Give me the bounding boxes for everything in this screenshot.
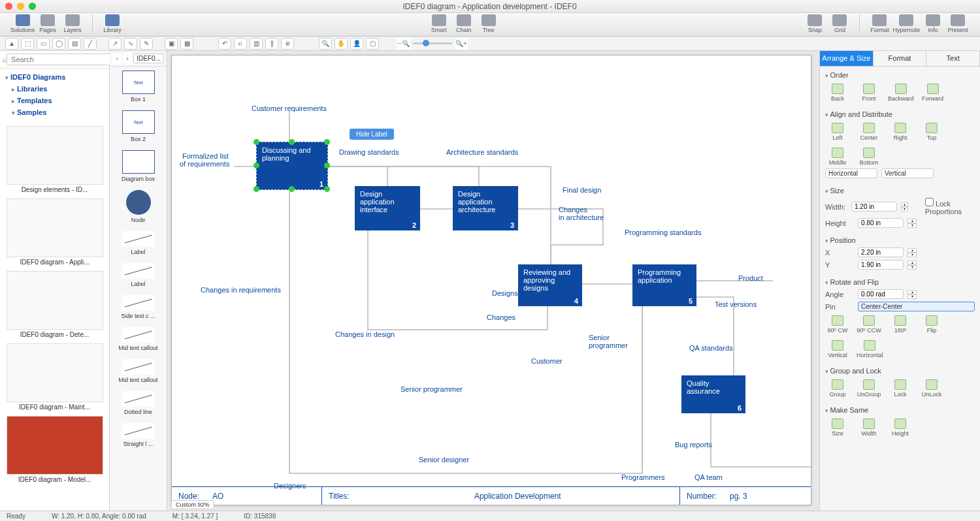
toolbar-pages[interactable]: Pages bbox=[36, 14, 59, 33]
text-tool-icon[interactable]: ▤ bbox=[68, 38, 81, 50]
lib-shape[interactable]: Diagram box bbox=[110, 146, 167, 186]
eyedropper-tool-icon[interactable]: ✎ bbox=[140, 38, 153, 50]
lib-shape[interactable]: Straight l ... bbox=[110, 419, 167, 451]
undo-icon[interactable]: ↶ bbox=[218, 38, 231, 50]
tab-text[interactable]: Text bbox=[926, 51, 980, 66]
zoom-slider[interactable] bbox=[413, 42, 452, 44]
toolbar-format[interactable]: Format bbox=[868, 14, 891, 33]
rotate-90-cw[interactable]: 90º CW bbox=[825, 315, 850, 334]
section-rotate[interactable]: Rotate and Flip bbox=[825, 276, 975, 288]
x-stepper[interactable]: ▴▾ bbox=[907, 248, 917, 257]
lib-shape[interactable]: Side text c ... bbox=[110, 291, 167, 323]
y-input[interactable] bbox=[858, 260, 904, 270]
image-tool-icon[interactable]: ▦ bbox=[180, 38, 193, 50]
section-size[interactable]: Size bbox=[825, 185, 975, 197]
tree-templates[interactable]: Templates bbox=[0, 95, 109, 106]
idef-box-2[interactable]: Design application interface2 bbox=[355, 186, 420, 230]
toolbar-solutions[interactable]: Solutions bbox=[10, 14, 35, 33]
zoom-tool-icon[interactable]: 🔍 bbox=[319, 38, 332, 50]
lib-current-tab[interactable]: IDEF0... bbox=[133, 54, 164, 63]
lib-shape[interactable]: TextBox 2 bbox=[110, 106, 167, 146]
selection-handle[interactable] bbox=[253, 139, 259, 145]
rotate-flip[interactable]: Flip bbox=[919, 315, 944, 334]
width-stepper[interactable]: ▴▾ bbox=[901, 202, 908, 212]
selection-handle[interactable] bbox=[324, 139, 330, 145]
section-order[interactable]: Order bbox=[825, 69, 975, 81]
pen-tool-icon[interactable]: ↗ bbox=[108, 38, 122, 50]
align-middle[interactable]: Middle bbox=[825, 148, 850, 166]
lib-shape[interactable]: TextBox 1 bbox=[110, 67, 167, 106]
idef-box-6[interactable]: Quality assurance6 bbox=[681, 375, 745, 413]
tree-libraries[interactable]: Libraries bbox=[0, 83, 109, 95]
selection-handle[interactable] bbox=[253, 186, 259, 192]
tree-root[interactable]: IDEF0 Diagrams bbox=[0, 71, 109, 83]
section-group[interactable]: Group and Lock bbox=[825, 365, 975, 377]
pan-tool-icon[interactable]: ✋ bbox=[335, 38, 348, 50]
snap-tool-icon[interactable]: ※ bbox=[281, 38, 294, 50]
selection-handle[interactable] bbox=[289, 186, 295, 192]
selection-handle[interactable] bbox=[324, 163, 330, 168]
search-input[interactable] bbox=[7, 54, 114, 65]
group-lock[interactable]: Lock bbox=[888, 379, 913, 398]
pin-combo[interactable]: Center-Center bbox=[858, 302, 975, 311]
group-group[interactable]: Group bbox=[825, 379, 850, 398]
toolbar-snap[interactable]: Snap bbox=[803, 14, 826, 33]
toolbar-layers[interactable]: Layers bbox=[61, 14, 84, 33]
height-input[interactable] bbox=[858, 218, 904, 228]
pointer-tool-icon[interactable]: ▲ bbox=[5, 38, 18, 50]
group-unlock[interactable]: UnLock bbox=[919, 379, 944, 398]
toolbar-present[interactable]: Present bbox=[946, 14, 970, 33]
redo-icon[interactable]: ⎌ bbox=[234, 38, 247, 50]
make-height[interactable]: Height bbox=[888, 418, 913, 437]
idef-box-4[interactable]: Reviewing and approving designs4 bbox=[518, 264, 582, 306]
maximize-window-button[interactable] bbox=[29, 3, 36, 10]
idef-box-1[interactable]: Discussing and planning1 bbox=[257, 142, 327, 189]
fit-page-icon[interactable]: ▢ bbox=[366, 38, 379, 50]
lib-shape[interactable]: Dotted line bbox=[110, 387, 167, 419]
sample-item[interactable]: IDEF0 diagram - Appli... bbox=[3, 198, 106, 266]
tab-arrange-size[interactable]: Arrange & Size bbox=[820, 51, 874, 66]
selection-handle[interactable] bbox=[253, 163, 259, 168]
align-tool-icon[interactable]: ▥ bbox=[250, 38, 263, 50]
hide-label-tooltip[interactable]: Hide Label bbox=[350, 129, 394, 140]
rotate-horizontal[interactable]: Horizontal bbox=[857, 340, 883, 358]
selection-handle[interactable] bbox=[289, 139, 295, 145]
toolbar-tree[interactable]: Tree bbox=[477, 14, 500, 33]
sample-item[interactable]: IDEF0 diagram - Dete... bbox=[3, 271, 106, 338]
lib-shape[interactable]: Label bbox=[110, 227, 167, 259]
align-left[interactable]: Left bbox=[825, 123, 850, 141]
width-input[interactable] bbox=[851, 202, 897, 212]
group-ungroup[interactable]: UnGroup bbox=[857, 379, 881, 398]
tree-samples[interactable]: Samples bbox=[0, 106, 109, 118]
lib-shape[interactable]: Label bbox=[110, 259, 167, 291]
idef-box-5[interactable]: Programming application5 bbox=[632, 264, 696, 306]
rotate-90-ccw[interactable]: 90º CCW bbox=[857, 315, 881, 334]
toolbar-hypernote[interactable]: Hypernote bbox=[892, 14, 920, 33]
rect-tool-icon[interactable]: ▭ bbox=[37, 38, 50, 50]
lib-shape[interactable]: Mid text callout bbox=[110, 323, 167, 355]
lib-shape[interactable]: Mid text callout bbox=[110, 355, 167, 387]
order-backward[interactable]: Backward bbox=[888, 84, 914, 102]
lib-fwd-icon[interactable]: › bbox=[123, 53, 132, 65]
rotate-180-[interactable]: 180º bbox=[888, 315, 913, 334]
align-horizontal-combo[interactable]: Horizontal bbox=[825, 168, 877, 178]
align-vertical-combo[interactable]: Vertical bbox=[881, 168, 934, 178]
y-stepper[interactable]: ▴▾ bbox=[907, 260, 917, 270]
toolbar-smart[interactable]: Smart bbox=[427, 14, 451, 33]
idef-box-3[interactable]: Design application architecture3 bbox=[453, 186, 518, 230]
section-align[interactable]: Align and Distribute bbox=[825, 108, 975, 120]
minimize-window-button[interactable] bbox=[17, 3, 24, 10]
toolbar-info[interactable]: Info bbox=[921, 14, 945, 33]
sample-item[interactable]: Design elements - ID... bbox=[3, 126, 106, 193]
lib-shape[interactable]: Node bbox=[110, 186, 167, 227]
section-position[interactable]: Position bbox=[825, 234, 975, 246]
rotate-vertical[interactable]: Vertical bbox=[825, 340, 850, 358]
make-width[interactable]: Width bbox=[857, 418, 881, 437]
zoom-in-icon[interactable]: 🔍+ bbox=[455, 38, 468, 50]
actual-size-icon[interactable]: 👤 bbox=[350, 38, 363, 50]
select-tool-icon[interactable]: ⬚ bbox=[21, 38, 34, 50]
height-stepper[interactable]: ▴▾ bbox=[907, 219, 917, 228]
align-top[interactable]: Top bbox=[919, 123, 944, 141]
sample-item[interactable]: IDEF0 diagram - Maint... bbox=[3, 343, 106, 411]
toolbar-grid[interactable]: Grid bbox=[828, 14, 851, 33]
